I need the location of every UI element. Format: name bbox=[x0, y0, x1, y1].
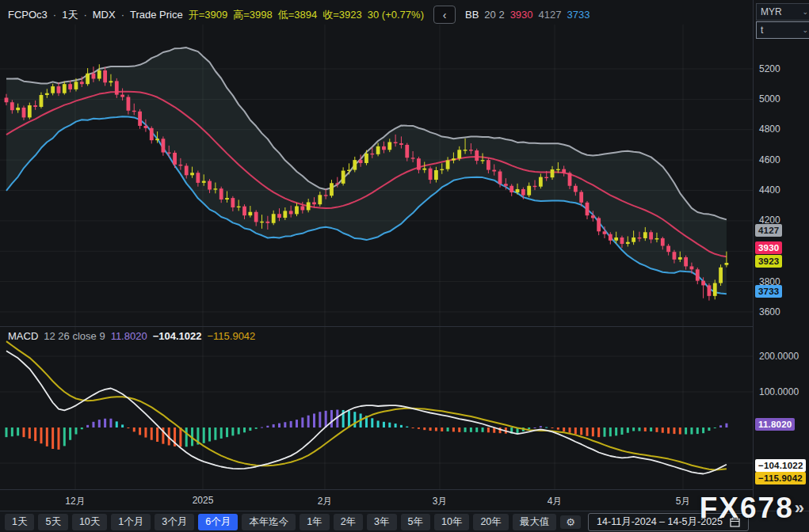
currency-select[interactable]: MYR ⌄ bbox=[756, 3, 809, 21]
price-axis-badge: 4127 bbox=[755, 224, 782, 237]
axis-tick-label: 4400 bbox=[759, 184, 780, 196]
bb-basis-value: 3930 bbox=[510, 9, 533, 21]
macd-axis-badge: −104.1022 bbox=[755, 459, 806, 472]
chevron-down-icon: ⌄ bbox=[802, 26, 808, 34]
gear-icon: ⚙ bbox=[566, 516, 575, 528]
chevron-left-icon: ‹ bbox=[443, 9, 447, 21]
price-axis-badge: 3930 bbox=[755, 241, 782, 254]
macd-hist-value: 11.8020 bbox=[111, 330, 147, 342]
settings-button[interactable]: ⚙ bbox=[560, 515, 581, 529]
unit-value: t bbox=[761, 25, 763, 36]
range-button-13[interactable]: 最大值 bbox=[513, 514, 557, 530]
axis-tick-label: 3600 bbox=[759, 306, 780, 317]
macd-indicator-label[interactable]: MACD bbox=[8, 330, 38, 342]
chart-legend: FCPOc3 · 1天 · MDX · Trade Price 开=3909 高… bbox=[8, 6, 590, 24]
macd-axis-badge: 11.8020 bbox=[755, 418, 795, 431]
time-axis-label: 12月 bbox=[65, 495, 85, 508]
time-axis-label: 2025 bbox=[193, 495, 214, 506]
range-button-1[interactable]: 5天 bbox=[38, 514, 67, 530]
series-type-label: Trade Price bbox=[130, 9, 183, 21]
axis-tick-label: 5200 bbox=[759, 63, 780, 74]
axis-tick-label: 200.0000 bbox=[759, 351, 799, 362]
macd-pane[interactable] bbox=[0, 327, 753, 489]
range-button-6[interactable]: 本年迄今 bbox=[242, 514, 296, 530]
axis-tick-label: 5000 bbox=[759, 93, 780, 104]
close-value: 收=3923 bbox=[322, 8, 362, 22]
axis-tick-label: 4800 bbox=[759, 124, 780, 135]
separator-dot: · bbox=[83, 9, 86, 21]
symbol-name[interactable]: FCPOc3 bbox=[8, 9, 48, 21]
range-button-8[interactable]: 2年 bbox=[334, 514, 363, 530]
range-button-4[interactable]: 3个月 bbox=[155, 514, 194, 530]
time-axis-label: 5月 bbox=[676, 495, 691, 508]
range-button-10[interactable]: 5年 bbox=[401, 514, 430, 530]
axis-tick-label: 100.0000 bbox=[759, 386, 799, 397]
macd-line-value: −104.1022 bbox=[153, 330, 202, 342]
range-button-5[interactable]: 6个月 bbox=[198, 514, 238, 530]
macd-axis-badge: −115.9042 bbox=[755, 472, 806, 484]
range-toolbar: 1天5天10天1个月3个月6个月本年迄今1年2年3年5年10年20年最大值 ⚙ … bbox=[0, 511, 809, 532]
high-value: 高=3998 bbox=[233, 8, 273, 22]
separator-dot: · bbox=[53, 9, 56, 21]
range-button-7[interactable]: 1年 bbox=[300, 514, 329, 530]
time-axis-label: 2月 bbox=[318, 495, 333, 508]
macd-params: 12 26 close 9 bbox=[44, 330, 105, 342]
range-button-2[interactable]: 10天 bbox=[72, 514, 107, 530]
change-value: 30 (+0.77%) bbox=[368, 9, 424, 21]
range-button-0[interactable]: 1天 bbox=[5, 514, 34, 530]
price-axis-column[interactable]: MYR ⌄ t ⌄ 520050004800460044004200380036… bbox=[753, 0, 809, 511]
separator-dot: · bbox=[121, 9, 124, 21]
time-axis-label: 3月 bbox=[433, 495, 448, 508]
pane-divider[interactable] bbox=[0, 326, 753, 327]
axis-tick-label: 4600 bbox=[759, 154, 780, 165]
currency-value: MYR bbox=[761, 6, 782, 17]
time-axis[interactable]: 12月20252月3月4月5月 bbox=[0, 489, 753, 511]
chevron-down-icon: ⌄ bbox=[802, 8, 808, 16]
range-button-11[interactable]: 10年 bbox=[434, 514, 469, 530]
collapse-legend-button[interactable]: ‹ bbox=[433, 6, 456, 24]
price-axis-badge: 3923 bbox=[755, 255, 782, 268]
macd-signal-value: −115.9042 bbox=[207, 330, 255, 342]
price-axis-badge: 3733 bbox=[755, 285, 782, 298]
date-range-text: 14-11月-2024 – 14-5月-2025 bbox=[597, 515, 723, 529]
macd-legend: MACD 12 26 close 9 11.8020 −104.1022 −11… bbox=[8, 330, 255, 342]
low-value: 低=3894 bbox=[278, 8, 318, 22]
exchange-label: MDX bbox=[93, 9, 116, 21]
unit-select[interactable]: t ⌄ bbox=[756, 21, 809, 39]
range-button-3[interactable]: 1个月 bbox=[111, 514, 151, 530]
price-pane[interactable] bbox=[0, 25, 753, 326]
range-button-group: 1天5天10天1个月3个月6个月本年迄今1年2年3年5年10年20年最大值 bbox=[5, 514, 556, 530]
trading-chart-app: FCPOc3 · 1天 · MDX · Trade Price 开=3909 高… bbox=[0, 0, 809, 532]
bb-upper-value: 4127 bbox=[539, 9, 562, 21]
bb-indicator-label[interactable]: BB bbox=[465, 9, 479, 21]
range-button-12[interactable]: 20年 bbox=[473, 514, 508, 530]
range-button-9[interactable]: 3年 bbox=[367, 514, 396, 530]
bb-lower-value: 3733 bbox=[567, 9, 590, 21]
interval-label[interactable]: 1天 bbox=[62, 8, 78, 22]
date-range-button[interactable]: 14-11月-2024 – 14-5月-2025 bbox=[588, 513, 749, 531]
open-value: 开=3909 bbox=[189, 8, 228, 22]
calendar-icon bbox=[730, 517, 740, 527]
bb-params: 20 2 bbox=[484, 9, 504, 21]
time-axis-label: 4月 bbox=[548, 495, 563, 508]
